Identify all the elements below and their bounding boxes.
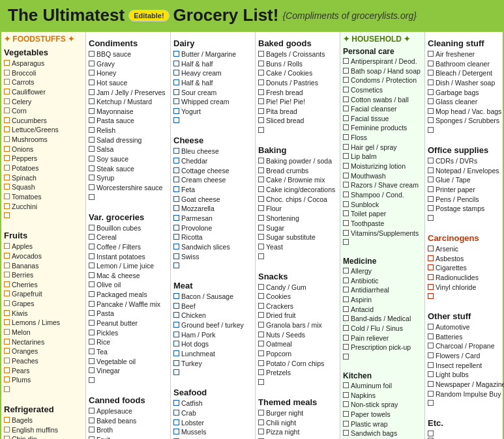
checkbox[interactable] [4,262,10,268]
checkbox[interactable] [4,417,10,423]
checkbox[interactable] [258,167,264,173]
checkbox[interactable] [4,60,10,66]
checkbox[interactable] [89,117,95,123]
checkbox[interactable] [343,68,349,74]
checkbox[interactable] [343,401,349,407]
checkbox[interactable] [4,253,10,259]
checkbox[interactable] [173,350,179,356]
checkbox[interactable] [89,89,95,95]
checkbox[interactable] [89,175,95,180]
checkbox[interactable] [173,303,179,309]
checkbox[interactable] [173,253,179,259]
checkbox[interactable] [343,115,349,121]
checkbox[interactable] [428,89,434,95]
checkbox[interactable] [343,210,349,216]
checkbox[interactable] [258,117,264,123]
checkbox-blank[interactable] [258,379,264,385]
checkbox[interactable] [89,320,95,326]
checkbox-blank[interactable] [4,386,10,392]
checkbox[interactable] [428,196,434,202]
checkbox[interactable] [428,362,434,368]
checkbox[interactable] [89,330,95,335]
checkbox[interactable] [428,51,434,57]
checkbox[interactable] [428,117,434,123]
checkbox[interactable] [89,281,95,287]
checkbox[interactable] [428,79,434,85]
checkbox[interactable] [89,70,95,76]
checkbox[interactable] [173,234,179,240]
checkbox[interactable] [89,358,95,364]
checkbox[interactable] [428,264,434,270]
checkbox[interactable] [258,98,264,104]
checkbox[interactable] [258,70,264,76]
checkbox[interactable] [4,98,10,104]
checkbox[interactable] [428,61,434,66]
checkbox[interactable] [4,184,10,190]
checkbox-blank[interactable] [428,127,434,133]
checkbox[interactable] [343,335,349,341]
checkbox[interactable] [343,124,349,130]
checkbox[interactable] [343,306,349,312]
checkbox[interactable] [343,173,349,178]
checkbox[interactable] [173,98,179,104]
checkbox[interactable] [4,329,10,335]
checkbox[interactable] [258,360,264,366]
checkbox[interactable] [428,324,434,330]
checkbox[interactable] [173,196,179,202]
checkbox[interactable] [258,51,264,57]
checkbox[interactable] [173,186,179,192]
checkbox[interactable] [258,322,264,328]
checkbox[interactable] [89,418,95,423]
checkbox[interactable] [4,427,10,432]
checkbox[interactable] [89,301,95,307]
checkbox[interactable] [343,106,349,111]
checkbox[interactable] [428,352,434,358]
checkbox[interactable] [4,339,10,345]
checkbox[interactable] [173,419,179,425]
checkbox-blank[interactable] [173,117,179,123]
checkbox[interactable] [173,341,179,347]
checkbox[interactable] [258,158,264,163]
checkbox[interactable] [4,70,10,76]
checkbox[interactable] [258,215,264,221]
checkbox[interactable] [258,341,264,347]
checkbox[interactable] [4,107,10,113]
checkbox[interactable] [173,332,179,337]
checkbox[interactable] [89,310,95,316]
checkbox[interactable] [173,312,179,318]
checkbox[interactable] [258,293,264,299]
checkbox[interactable] [258,225,264,231]
checkbox[interactable] [89,184,95,190]
checkbox[interactable] [173,322,179,328]
checkbox[interactable] [173,51,179,57]
checkbox[interactable] [343,96,349,102]
checkbox[interactable] [173,293,179,299]
checkbox-blank[interactable] [173,369,179,375]
checkbox[interactable] [4,300,10,306]
checkbox[interactable] [258,205,264,211]
checkbox[interactable] [4,272,10,277]
checkbox[interactable] [173,89,179,95]
checkbox[interactable] [258,369,264,375]
checkbox[interactable] [428,381,434,387]
checkbox[interactable] [343,144,349,150]
checkbox[interactable] [258,89,264,95]
checkbox[interactable] [343,191,349,197]
checkbox[interactable] [173,70,179,76]
checkbox[interactable] [4,117,10,123]
checkbox-blank[interactable] [428,400,434,406]
checkbox[interactable] [428,167,434,173]
checkbox[interactable] [89,98,95,104]
checkbox[interactable] [258,244,264,249]
checkbox[interactable] [4,79,10,85]
checkbox[interactable] [173,360,179,366]
checkbox[interactable] [258,332,264,337]
checkbox[interactable] [343,382,349,388]
checkbox[interactable] [428,108,434,114]
checkbox[interactable] [343,277,349,283]
checkbox[interactable] [89,108,95,114]
checkbox-blank[interactable] [89,377,95,383]
checkbox[interactable] [4,193,10,199]
checkbox[interactable] [343,220,349,226]
checkbox[interactable] [343,58,349,64]
